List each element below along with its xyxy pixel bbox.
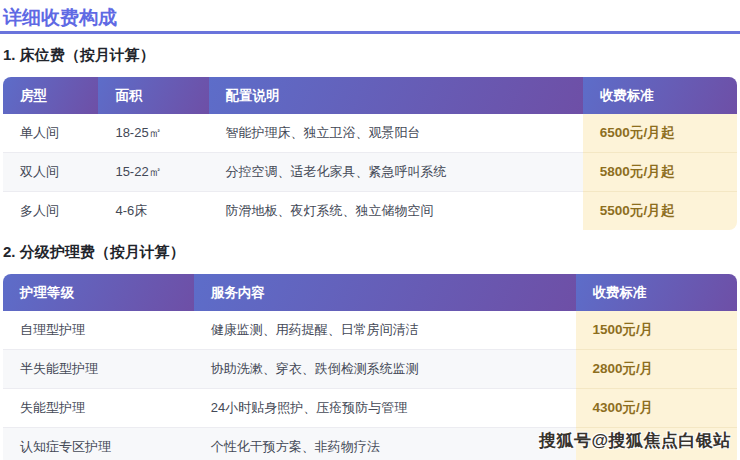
watermark: 搜狐号@搜狐焦点白银站 — [539, 429, 731, 452]
cell-config: 分控空调、适老化家具、紧急呼叫系统 — [209, 153, 583, 192]
column-header-fee: 收费标准 — [576, 274, 737, 311]
cell-fee: 2800元/月 — [576, 350, 737, 389]
cell-care-level: 失能型护理 — [3, 389, 194, 428]
cell-config: 智能护理床、独立卫浴、观景阳台 — [209, 114, 583, 153]
cell-service: 健康监测、用药提醒、日常房间清洁 — [194, 311, 576, 350]
title-divider — [0, 31, 740, 34]
cell-fee: 5800元/月起 — [583, 153, 737, 192]
column-header-room-type: 房型 — [3, 77, 98, 114]
cell-room-type: 多人间 — [3, 192, 98, 231]
column-header-fee: 收费标准 — [583, 77, 737, 114]
bed-fee-table: 房型 面积 配置说明 收费标准 单人间 18-25㎡ 智能护理床、独立卫浴、观景… — [3, 77, 737, 230]
section-heading-bed-fee: 1. 床位费（按月计算） — [3, 46, 740, 64]
section-heading-nursing-fee: 2. 分级护理费（按月计算） — [3, 243, 740, 261]
cell-config: 防滑地板、夜灯系统、独立储物空间 — [209, 192, 583, 231]
bed-fee-table-wrap: 房型 面积 配置说明 收费标准 单人间 18-25㎡ 智能护理床、独立卫浴、观景… — [3, 77, 737, 230]
bed-fee-header-row: 房型 面积 配置说明 收费标准 — [3, 77, 737, 114]
cell-service: 个性化干预方案、非药物疗法 — [194, 428, 576, 460]
table-row-double-room: 双人间 15-22㎡ 分控空调、适老化家具、紧急呼叫系统 5800元/月起 — [3, 153, 737, 192]
table-row-multi-room: 多人间 4-6床 防滑地板、夜灯系统、独立储物空间 5500元/月起 — [3, 192, 737, 231]
cell-area: 4-6床 — [98, 192, 208, 231]
table-row-self-care: 自理型护理 健康监测、用药提醒、日常房间清洁 1500元/月 — [3, 311, 737, 350]
cell-care-level: 自理型护理 — [3, 311, 194, 350]
cell-fee: 4300元/月 — [576, 389, 737, 428]
column-header-service: 服务内容 — [194, 274, 576, 311]
cell-fee: 5500元/月起 — [583, 192, 737, 231]
column-header-config: 配置说明 — [209, 77, 583, 114]
table-row-semi-disabled-care: 半失能型护理 协助洗漱、穿衣、跌倒检测系统监测 2800元/月 — [3, 350, 737, 389]
column-header-care-level: 护理等级 — [3, 274, 194, 311]
table-row-single-room: 单人间 18-25㎡ 智能护理床、独立卫浴、观景阳台 6500元/月起 — [3, 114, 737, 153]
cell-service: 协助洗漱、穿衣、跌倒检测系统监测 — [194, 350, 576, 389]
cell-fee: 6500元/月起 — [583, 114, 737, 153]
cell-area: 18-25㎡ — [98, 114, 208, 153]
cell-fee: 1500元/月 — [576, 311, 737, 350]
cell-care-level: 认知症专区护理 — [3, 428, 194, 460]
cell-room-type: 双人间 — [3, 153, 98, 192]
table-row-disabled-care: 失能型护理 24小时贴身照护、压疮预防与管理 4300元/月 — [3, 389, 737, 428]
nursing-fee-header-row: 护理等级 服务内容 收费标准 — [3, 274, 737, 311]
page-title: 详细收费构成 — [0, 0, 740, 29]
cell-care-level: 半失能型护理 — [3, 350, 194, 389]
page: 详细收费构成 1. 床位费（按月计算） 房型 面积 配置说明 收费标准 单人间 … — [0, 0, 740, 460]
cell-service: 24小时贴身照护、压疮预防与管理 — [194, 389, 576, 428]
cell-area: 15-22㎡ — [98, 153, 208, 192]
column-header-area: 面积 — [98, 77, 208, 114]
cell-room-type: 单人间 — [3, 114, 98, 153]
